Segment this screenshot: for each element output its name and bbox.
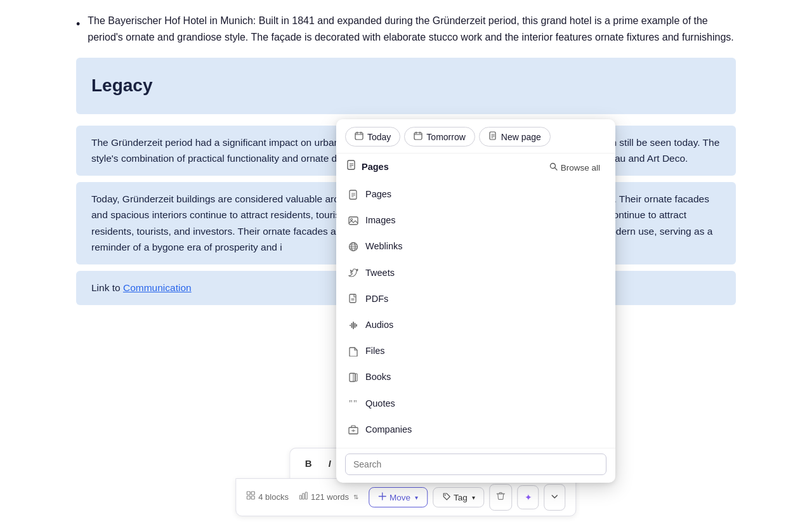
tab-today-label: Today	[367, 132, 391, 142]
tab-tomorrow-label: Tomorrow	[426, 132, 465, 142]
search-icon-small	[549, 162, 558, 173]
calendar-icon-tomorrow	[414, 131, 422, 142]
label-pdfs: PDFs	[365, 292, 388, 306]
move-chevron: ▾	[415, 494, 418, 501]
svg-rect-0	[355, 133, 363, 140]
label-images: Images	[365, 213, 396, 228]
list-item-audios[interactable]: Audios	[336, 312, 615, 338]
bullet-dot: •	[76, 15, 80, 46]
link-prefix: Link to	[91, 282, 123, 293]
svg-rect-48	[247, 492, 250, 495]
svg-line-17	[554, 168, 557, 171]
search-input[interactable]	[345, 454, 606, 475]
page-icon-new	[488, 131, 497, 142]
list-item-tweets[interactable]: Tweets	[336, 260, 615, 286]
icon-images	[348, 215, 359, 226]
label-pages: Pages	[365, 187, 391, 202]
sparkle-icon: ✦	[525, 490, 532, 504]
chevron-down-icon	[551, 489, 559, 506]
status-info: 4 blocks 121 words ⇅	[246, 491, 358, 504]
list-item-companies[interactable]: Companies	[336, 417, 615, 443]
list-item-files[interactable]: Files	[336, 338, 615, 364]
svg-rect-50	[247, 496, 250, 499]
blocks-count: 4 blocks	[258, 491, 289, 504]
move-label: Move	[390, 493, 410, 502]
tag-button[interactable]: Tag ▾	[433, 487, 485, 507]
calendar-icon-today	[355, 131, 363, 142]
tag-label: Tag	[454, 493, 468, 502]
pages-section-label: Pages	[346, 160, 389, 174]
svg-rect-49	[251, 492, 254, 495]
list-item-books[interactable]: Books	[336, 364, 615, 390]
svg-rect-4	[414, 133, 422, 140]
tab-tomorrow[interactable]: Tomorrow	[404, 127, 475, 147]
browse-all-button[interactable]: Browse all	[544, 160, 605, 175]
svg-text:": "	[349, 399, 353, 408]
label-companies: Companies	[365, 422, 412, 437]
move-icon	[378, 492, 386, 502]
tag-chevron: ▾	[472, 494, 475, 501]
pages-icon	[346, 160, 357, 174]
icon-quotes: ""	[348, 398, 359, 409]
words-count: 121 words	[311, 491, 349, 504]
list-item-images[interactable]: Images	[336, 207, 615, 233]
label-books: Books	[365, 370, 391, 384]
blocks-icon	[246, 491, 255, 504]
words-sort-icon: ⇅	[353, 492, 358, 502]
svg-point-55	[444, 495, 445, 496]
dropdown-section-header: Pages Browse all	[336, 153, 615, 179]
dropdown-popup: Today Tomorrow New page Pages Brow	[336, 119, 615, 483]
bullet-item: • The Bayerischer Hof Hotel in Munich: B…	[76, 13, 736, 46]
svg-rect-54	[305, 492, 307, 499]
icon-pdfs	[348, 293, 359, 304]
svg-rect-52	[299, 495, 301, 499]
icon-tweets	[348, 267, 359, 278]
move-button[interactable]: Move ▾	[369, 487, 428, 507]
list-item-pdfs[interactable]: PDFs	[336, 286, 615, 312]
icon-files	[348, 346, 359, 357]
chart-icon	[299, 491, 308, 504]
svg-rect-53	[302, 493, 304, 499]
communication-link[interactable]: Communication	[123, 282, 192, 293]
svg-rect-37	[350, 373, 355, 381]
icon-companies	[348, 424, 359, 435]
icon-books	[348, 372, 359, 383]
search-area	[336, 448, 615, 483]
browse-all-label: Browse all	[561, 163, 600, 173]
tab-new-page[interactable]: New page	[479, 127, 551, 147]
blocks-status: 4 blocks	[246, 491, 289, 504]
icon-weblinks	[348, 241, 359, 252]
tag-icon	[442, 492, 450, 502]
ai-button[interactable]: ✦	[518, 485, 539, 509]
words-status: 121 words ⇅	[299, 491, 358, 504]
icon-audios	[348, 320, 359, 331]
list-item-quotes[interactable]: "" Quotes	[336, 391, 615, 417]
dropdown-list: Pages Images Weblinks Tweets	[336, 179, 615, 448]
label-weblinks: Weblinks	[365, 239, 403, 254]
pages-label: Pages	[362, 160, 389, 174]
label-quotes: Quotes	[365, 396, 395, 411]
svg-rect-22	[349, 217, 358, 225]
list-item-weblinks[interactable]: Weblinks	[336, 233, 615, 259]
dropdown-tabs: Today Tomorrow New page	[336, 119, 615, 153]
action-bar: 4 blocks 121 words ⇅ Move ▾ Tag ▾	[235, 478, 576, 516]
list-item-pages[interactable]: Pages	[336, 181, 615, 207]
tab-today[interactable]: Today	[345, 127, 400, 147]
label-audios: Audios	[365, 318, 393, 332]
icon-pages	[348, 189, 359, 200]
bold-button[interactable]: B	[299, 454, 318, 473]
trash-icon	[497, 489, 506, 506]
section-heading-block: Legacy	[76, 58, 736, 114]
svg-text:": "	[353, 399, 357, 408]
more-button[interactable]	[544, 484, 566, 511]
delete-button[interactable]	[490, 484, 513, 511]
svg-rect-39	[355, 374, 357, 381]
bullet-text: The Bayerischer Hof Hotel in Munich: Bui…	[88, 13, 736, 46]
italic-button[interactable]: I	[322, 455, 337, 473]
label-tweets: Tweets	[365, 266, 395, 280]
tab-new-page-label: New page	[501, 132, 541, 142]
section-heading: Legacy	[91, 72, 721, 100]
svg-rect-51	[251, 496, 254, 499]
label-files: Files	[365, 344, 385, 358]
svg-point-23	[351, 218, 353, 220]
